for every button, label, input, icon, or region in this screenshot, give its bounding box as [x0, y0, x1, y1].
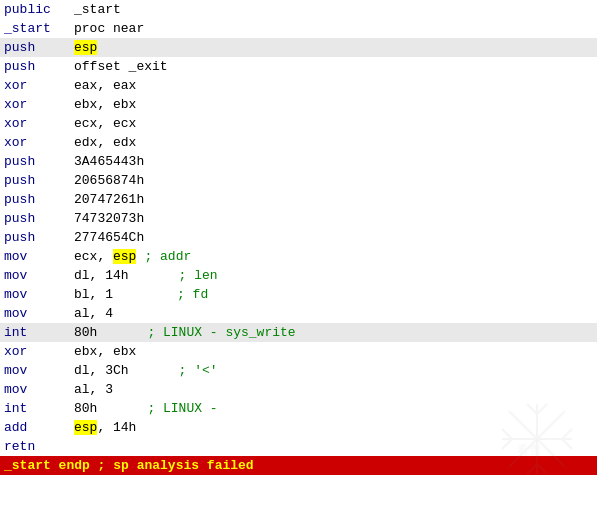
operand-17: al, 4: [74, 304, 113, 323]
mnemonic-15: mov: [4, 266, 74, 285]
mnemonic-17: mov: [4, 304, 74, 323]
code-line-11: push20747261h: [0, 190, 597, 209]
operand-7: ecx, ecx: [74, 114, 136, 133]
code-line-18: int80h; LINUX - sys_write: [0, 323, 597, 342]
mnemonic-8: xor: [4, 133, 74, 152]
operand-14: ecx, esp: [74, 247, 136, 266]
operand-9: 3A465443h: [74, 152, 144, 171]
mnemonic-7: xor: [4, 114, 74, 133]
mnemonic-20: mov: [4, 361, 74, 380]
operand-11: 20747261h: [74, 190, 144, 209]
code-line-16: movbl, 1; fd: [0, 285, 597, 304]
code-line-23: addesp, 14h: [0, 418, 597, 437]
code-line-25: _start endp ; sp analysis failed: [0, 456, 597, 475]
mnemonic-18: int: [4, 323, 74, 342]
code-line-17: moval, 4: [0, 304, 597, 323]
code-line-6: xorebx, ebx: [0, 95, 597, 114]
mnemonic-19: xor: [4, 342, 74, 361]
operand-18: 80h: [74, 323, 97, 342]
mnemonic-16: mov: [4, 285, 74, 304]
operand-1: _start: [74, 0, 121, 19]
code-line-5: xoreax, eax: [0, 76, 597, 95]
mnemonic-23: add: [4, 418, 74, 437]
mnemonic-9: push: [4, 152, 74, 171]
operand-19: ebx, ebx: [74, 342, 136, 361]
code-line-20: movdl, 3Ch; '<': [0, 361, 597, 380]
operand-10: 20656874h: [74, 171, 144, 190]
code-line-3: pushesp: [0, 38, 597, 57]
operand-16: bl, 1: [74, 285, 113, 304]
code-line-15: movdl, 14h; len: [0, 266, 597, 285]
operand-6: ebx, ebx: [74, 95, 136, 114]
code-line-13: push2774654Ch: [0, 228, 597, 247]
code-line-10: push20656874h: [0, 171, 597, 190]
code-line-8: xoredx, edx: [0, 133, 597, 152]
operand-4: offset _exit: [74, 57, 168, 76]
operand-21: al, 3: [74, 380, 113, 399]
mnemonic-13: push: [4, 228, 74, 247]
error-text: _start endp ; sp: [4, 456, 129, 475]
mnemonic-5: xor: [4, 76, 74, 95]
mnemonic-22: int: [4, 399, 74, 418]
code-line-2: _startproc near: [0, 19, 597, 38]
mnemonic-1: public: [4, 0, 74, 19]
code-line-1: public_start: [0, 0, 597, 19]
comment-14: ; addr: [144, 247, 191, 266]
mnemonic-10: push: [4, 171, 74, 190]
code-line-12: push74732073h: [0, 209, 597, 228]
comment-16: ; fd: [177, 285, 208, 304]
mnemonic-21: mov: [4, 380, 74, 399]
code-line-7: xorecx, ecx: [0, 114, 597, 133]
code-line-19: xorebx, ebx: [0, 342, 597, 361]
code-line-21: moval, 3: [0, 380, 597, 399]
error-text-2: analysis failed: [129, 456, 254, 475]
mnemonic-2: _start: [4, 19, 74, 38]
mnemonic-24: retn: [4, 437, 74, 456]
comment-20: ; '<': [179, 361, 218, 380]
code-line-22: int80h; LINUX -: [0, 399, 597, 418]
esp-highlight-2: esp: [113, 249, 136, 264]
mnemonic-11: push: [4, 190, 74, 209]
comment-18: ; LINUX - sys_write: [147, 323, 295, 342]
code-container: public_start _startproc near pushesp pus…: [0, 0, 597, 509]
code-line-14: movecx, esp; addr: [0, 247, 597, 266]
code-line-24: retn: [0, 437, 597, 456]
comment-15: ; len: [179, 266, 218, 285]
operand-23: esp, 14h: [74, 418, 136, 437]
operand-22: 80h: [74, 399, 97, 418]
operand-13: 2774654Ch: [74, 228, 144, 247]
mnemonic-14: mov: [4, 247, 74, 266]
operand-5: eax, eax: [74, 76, 136, 95]
mnemonic-6: xor: [4, 95, 74, 114]
operand-15: dl, 14h: [74, 266, 129, 285]
operand-8: edx, edx: [74, 133, 136, 152]
mnemonic-4: push: [4, 57, 74, 76]
esp-highlight: esp: [74, 40, 97, 55]
code-line-4: pushoffset _exit: [0, 57, 597, 76]
code-line-9: push3A465443h: [0, 152, 597, 171]
operand-12: 74732073h: [74, 209, 144, 228]
mnemonic-3: push: [4, 38, 74, 57]
operand-3: esp: [74, 38, 97, 57]
mnemonic-12: push: [4, 209, 74, 228]
operand-20: dl, 3Ch: [74, 361, 129, 380]
comment-22: ; LINUX -: [147, 399, 217, 418]
operand-2: proc near: [74, 19, 144, 38]
esp-highlight-3: esp: [74, 420, 97, 435]
